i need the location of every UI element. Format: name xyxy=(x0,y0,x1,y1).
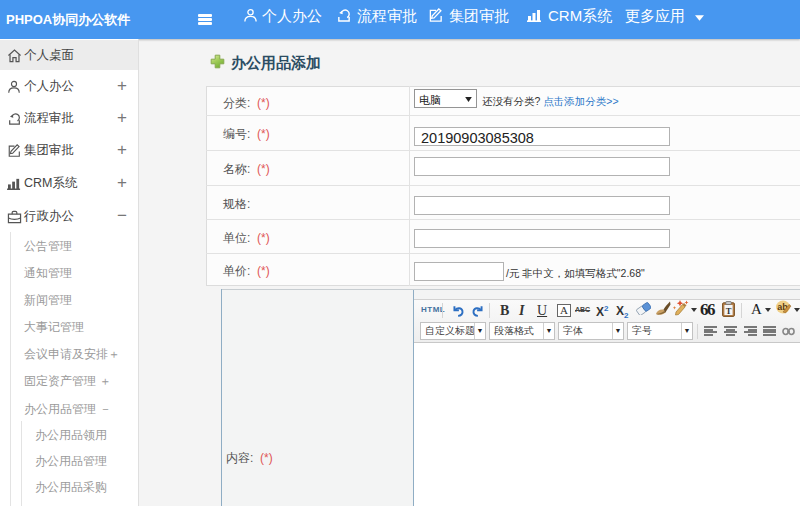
svg-text:T: T xyxy=(726,306,732,316)
